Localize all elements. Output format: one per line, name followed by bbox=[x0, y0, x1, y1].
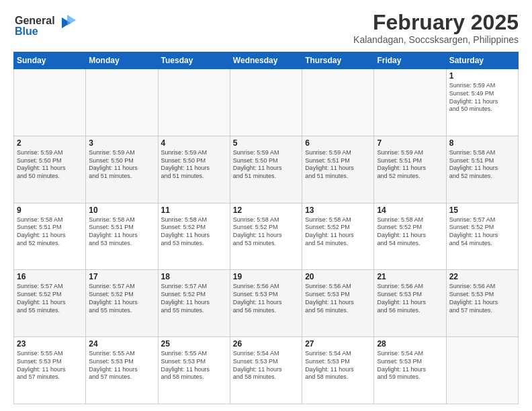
calendar-row: 16Sunrise: 5:57 AM Sunset: 5:52 PM Dayli… bbox=[14, 270, 519, 337]
weekday-header: Saturday bbox=[446, 52, 518, 69]
svg-text:General: General bbox=[15, 15, 55, 26]
day-number: 22 bbox=[449, 272, 515, 281]
day-info: Sunrise: 5:57 AM Sunset: 5:52 PM Dayligh… bbox=[449, 216, 515, 248]
calendar-cell: 19Sunrise: 5:56 AM Sunset: 5:53 PM Dayli… bbox=[230, 270, 302, 337]
day-info: Sunrise: 5:55 AM Sunset: 5:53 PM Dayligh… bbox=[89, 350, 154, 381]
day-number: 2 bbox=[17, 138, 83, 148]
day-number: 15 bbox=[449, 205, 515, 215]
calendar-cell: 8Sunrise: 5:58 AM Sunset: 5:51 PM Daylig… bbox=[446, 136, 518, 203]
day-number: 20 bbox=[305, 272, 371, 281]
calendar-cell: 27Sunrise: 5:54 AM Sunset: 5:53 PM Dayli… bbox=[302, 337, 374, 404]
day-info: Sunrise: 5:57 AM Sunset: 5:52 PM Dayligh… bbox=[17, 283, 83, 314]
calendar-row: 1Sunrise: 5:59 AM Sunset: 5:49 PM Daylig… bbox=[14, 69, 519, 136]
calendar-cell: 22Sunrise: 5:56 AM Sunset: 5:53 PM Dayli… bbox=[446, 270, 518, 337]
day-number: 3 bbox=[89, 138, 154, 148]
day-info: Sunrise: 5:57 AM Sunset: 5:52 PM Dayligh… bbox=[161, 283, 227, 314]
day-number: 8 bbox=[449, 138, 515, 148]
day-number: 21 bbox=[377, 272, 443, 281]
calendar-cell: 2Sunrise: 5:59 AM Sunset: 5:50 PM Daylig… bbox=[14, 136, 86, 203]
day-info: Sunrise: 5:58 AM Sunset: 5:52 PM Dayligh… bbox=[161, 216, 227, 248]
calendar-cell: 13Sunrise: 5:58 AM Sunset: 5:52 PM Dayli… bbox=[302, 203, 374, 270]
day-info: Sunrise: 5:58 AM Sunset: 5:51 PM Dayligh… bbox=[17, 216, 83, 248]
weekday-header: Friday bbox=[374, 52, 446, 69]
day-number: 25 bbox=[161, 339, 227, 349]
weekday-header: Tuesday bbox=[158, 52, 230, 69]
calendar-cell: 1Sunrise: 5:59 AM Sunset: 5:49 PM Daylig… bbox=[446, 69, 518, 136]
day-number: 14 bbox=[377, 205, 443, 215]
day-info: Sunrise: 5:54 AM Sunset: 5:53 PM Dayligh… bbox=[305, 350, 371, 381]
calendar-cell bbox=[374, 69, 446, 136]
day-number: 6 bbox=[305, 138, 371, 148]
day-info: Sunrise: 5:55 AM Sunset: 5:53 PM Dayligh… bbox=[161, 350, 227, 381]
calendar-cell: 15Sunrise: 5:57 AM Sunset: 5:52 PM Dayli… bbox=[446, 203, 518, 270]
day-number: 23 bbox=[17, 339, 83, 349]
day-info: Sunrise: 5:59 AM Sunset: 5:51 PM Dayligh… bbox=[377, 149, 443, 181]
day-number: 11 bbox=[161, 205, 227, 215]
svg-marker-3 bbox=[67, 15, 76, 26]
day-number: 13 bbox=[305, 205, 371, 215]
day-info: Sunrise: 5:54 AM Sunset: 5:53 PM Dayligh… bbox=[377, 350, 443, 381]
day-info: Sunrise: 5:56 AM Sunset: 5:53 PM Dayligh… bbox=[449, 283, 515, 314]
day-number: 9 bbox=[17, 205, 83, 215]
calendar-cell: 18Sunrise: 5:57 AM Sunset: 5:52 PM Dayli… bbox=[158, 270, 230, 337]
calendar-cell: 11Sunrise: 5:58 AM Sunset: 5:52 PM Dayli… bbox=[158, 203, 230, 270]
day-info: Sunrise: 5:56 AM Sunset: 5:53 PM Dayligh… bbox=[377, 283, 443, 314]
day-info: Sunrise: 5:58 AM Sunset: 5:51 PM Dayligh… bbox=[89, 216, 154, 248]
calendar-cell: 23Sunrise: 5:55 AM Sunset: 5:53 PM Dayli… bbox=[14, 337, 86, 404]
svg-text:Blue: Blue bbox=[15, 26, 38, 37]
calendar-cell: 7Sunrise: 5:59 AM Sunset: 5:51 PM Daylig… bbox=[374, 136, 446, 203]
day-number: 24 bbox=[89, 339, 154, 349]
day-number: 5 bbox=[233, 138, 299, 148]
calendar-cell: 6Sunrise: 5:59 AM Sunset: 5:51 PM Daylig… bbox=[302, 136, 374, 203]
title-block: February 2025 Kalandagan, Soccsksargen, … bbox=[353, 11, 519, 45]
calendar-cell: 24Sunrise: 5:55 AM Sunset: 5:53 PM Dayli… bbox=[86, 337, 158, 404]
day-info: Sunrise: 5:58 AM Sunset: 5:51 PM Dayligh… bbox=[449, 149, 515, 181]
calendar-row: 23Sunrise: 5:55 AM Sunset: 5:53 PM Dayli… bbox=[14, 337, 519, 404]
day-info: Sunrise: 5:59 AM Sunset: 5:50 PM Dayligh… bbox=[161, 149, 227, 181]
day-info: Sunrise: 5:55 AM Sunset: 5:53 PM Dayligh… bbox=[17, 350, 83, 381]
calendar-cell: 25Sunrise: 5:55 AM Sunset: 5:53 PM Dayli… bbox=[158, 337, 230, 404]
day-info: Sunrise: 5:59 AM Sunset: 5:50 PM Dayligh… bbox=[89, 149, 154, 181]
day-number: 12 bbox=[233, 205, 299, 215]
day-number: 7 bbox=[377, 138, 443, 148]
day-info: Sunrise: 5:59 AM Sunset: 5:50 PM Dayligh… bbox=[233, 149, 299, 181]
calendar-row: 2Sunrise: 5:59 AM Sunset: 5:50 PM Daylig… bbox=[14, 136, 519, 203]
calendar-cell: 28Sunrise: 5:54 AM Sunset: 5:53 PM Dayli… bbox=[374, 337, 446, 404]
day-number: 1 bbox=[449, 71, 515, 81]
calendar-cell: 9Sunrise: 5:58 AM Sunset: 5:51 PM Daylig… bbox=[14, 203, 86, 270]
day-info: Sunrise: 5:58 AM Sunset: 5:52 PM Dayligh… bbox=[305, 216, 371, 248]
calendar-cell: 14Sunrise: 5:58 AM Sunset: 5:52 PM Dayli… bbox=[374, 203, 446, 270]
logo: General Blue bbox=[13, 11, 81, 44]
day-number: 17 bbox=[89, 272, 154, 281]
logo-icon: General Blue bbox=[13, 11, 81, 41]
day-number: 18 bbox=[161, 272, 227, 281]
calendar-table: SundayMondayTuesdayWednesdayThursdayFrid… bbox=[13, 52, 519, 404]
day-number: 19 bbox=[233, 272, 299, 281]
calendar-cell bbox=[302, 69, 374, 136]
day-info: Sunrise: 5:54 AM Sunset: 5:53 PM Dayligh… bbox=[233, 350, 299, 381]
calendar-cell: 10Sunrise: 5:58 AM Sunset: 5:51 PM Dayli… bbox=[86, 203, 158, 270]
day-info: Sunrise: 5:58 AM Sunset: 5:52 PM Dayligh… bbox=[233, 216, 299, 248]
weekday-header: Monday bbox=[86, 52, 158, 69]
day-number: 16 bbox=[17, 272, 83, 281]
calendar-cell bbox=[230, 69, 302, 136]
day-number: 26 bbox=[233, 339, 299, 349]
calendar-cell bbox=[446, 337, 518, 404]
page: General Blue February 2025 Kalandagan, S… bbox=[0, 0, 532, 411]
day-info: Sunrise: 5:59 AM Sunset: 5:49 PM Dayligh… bbox=[449, 82, 515, 113]
calendar-title: February 2025 bbox=[353, 11, 519, 34]
day-info: Sunrise: 5:56 AM Sunset: 5:53 PM Dayligh… bbox=[233, 283, 299, 314]
calendar-cell: 16Sunrise: 5:57 AM Sunset: 5:52 PM Dayli… bbox=[14, 270, 86, 337]
weekday-header: Thursday bbox=[302, 52, 374, 69]
day-info: Sunrise: 5:59 AM Sunset: 5:50 PM Dayligh… bbox=[17, 149, 83, 181]
calendar-cell: 21Sunrise: 5:56 AM Sunset: 5:53 PM Dayli… bbox=[374, 270, 446, 337]
calendar-row: 9Sunrise: 5:58 AM Sunset: 5:51 PM Daylig… bbox=[14, 203, 519, 270]
calendar-cell: 12Sunrise: 5:58 AM Sunset: 5:52 PM Dayli… bbox=[230, 203, 302, 270]
weekday-header: Sunday bbox=[14, 52, 86, 69]
calendar-cell bbox=[158, 69, 230, 136]
weekday-header-row: SundayMondayTuesdayWednesdayThursdayFrid… bbox=[14, 52, 519, 69]
day-info: Sunrise: 5:57 AM Sunset: 5:52 PM Dayligh… bbox=[89, 283, 154, 314]
weekday-header: Wednesday bbox=[230, 52, 302, 69]
calendar-cell: 3Sunrise: 5:59 AM Sunset: 5:50 PM Daylig… bbox=[86, 136, 158, 203]
calendar-cell: 5Sunrise: 5:59 AM Sunset: 5:50 PM Daylig… bbox=[230, 136, 302, 203]
